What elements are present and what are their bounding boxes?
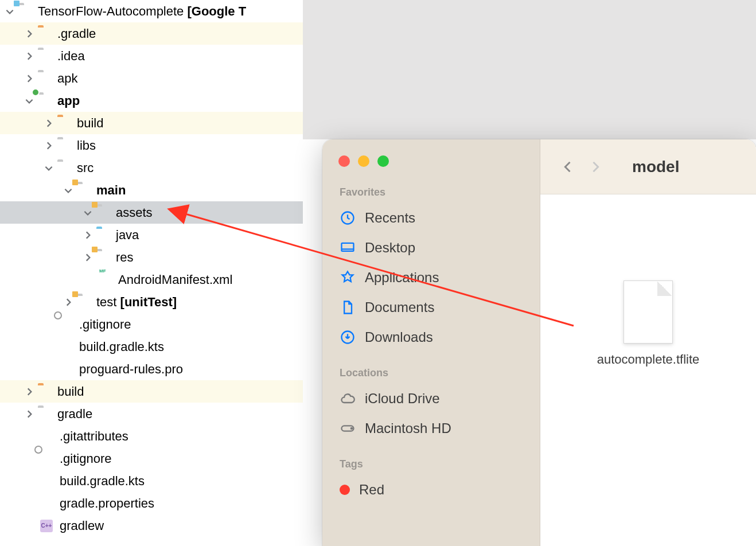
resource-folder-icon [96, 251, 111, 264]
clock-icon [340, 210, 356, 226]
tree-row[interactable]: .gitattributes [0, 425, 303, 447]
tree-label: app [57, 93, 80, 108]
tree-label: res [116, 250, 134, 265]
sidebar-item-label: Downloads [365, 329, 433, 345]
tree-row-root[interactable]: TensorFlow-Autocomplete [Google T [0, 0, 303, 22]
desktop-icon [340, 240, 356, 256]
tree-row[interactable]: .gitignore [0, 313, 303, 336]
chevron-right-icon[interactable] [24, 73, 34, 84]
gitignore-file-icon [60, 318, 75, 331]
tree-row[interactable]: apk [0, 67, 303, 89]
tree-row[interactable]: main [0, 179, 303, 201]
sidebar-item-tag-red[interactable]: Red [322, 475, 540, 505]
tree-row[interactable]: app [0, 89, 303, 112]
sidebar-item-desktop[interactable]: Desktop [322, 233, 540, 263]
sidebar-item-recents[interactable]: Recents [322, 203, 540, 233]
file-label[interactable]: autocomplete.tflite [594, 352, 703, 368]
tree-label: build [77, 116, 103, 131]
tree-row[interactable]: build.gradle.kts [0, 470, 303, 492]
finder-toolbar: model [540, 139, 756, 194]
tree-row-assets[interactable]: assets [0, 201, 303, 224]
tree-row[interactable]: res [0, 246, 303, 268]
tree-label: gradle.properties [60, 496, 154, 511]
close-window-button[interactable] [338, 155, 350, 167]
gradle-file-icon [40, 475, 55, 487]
tree-row[interactable]: java [0, 224, 303, 246]
chevron-right-icon[interactable] [63, 297, 73, 307]
test-folder-icon [77, 296, 92, 309]
tree-row[interactable]: build [0, 380, 303, 403]
chevron-down-icon[interactable] [24, 96, 34, 106]
tags-header: Tags [322, 454, 540, 475]
tree-row[interactable]: libs [0, 134, 303, 157]
maximize-window-button[interactable] [377, 155, 389, 167]
sidebar-item-label: Documents [365, 299, 434, 315]
tree-row[interactable]: build.gradle.kts [0, 336, 303, 358]
tree-row[interactable]: gradle [0, 403, 303, 425]
tree-label: apk [57, 71, 77, 86]
tree-row[interactable]: proguard-rules.pro [0, 358, 303, 380]
tree-row[interactable]: build [0, 112, 303, 134]
chevron-right-icon[interactable] [24, 409, 34, 419]
text-file-icon [40, 430, 55, 443]
tree-row[interactable]: AndroidManifest.xml [0, 268, 303, 291]
chevron-right-icon[interactable] [44, 118, 54, 128]
folder-icon [57, 117, 72, 130]
chevron-right-icon[interactable] [83, 230, 93, 240]
tree-row[interactable]: .idea [0, 45, 303, 67]
folder-icon [38, 50, 53, 63]
cloud-icon [340, 391, 356, 407]
chevron-right-icon[interactable] [44, 141, 54, 151]
gradle-file-icon [60, 341, 75, 353]
tree-label: libs [77, 138, 96, 153]
applications-icon [340, 270, 356, 286]
chevron-down-icon[interactable] [83, 208, 93, 218]
tree-row[interactable]: src [0, 157, 303, 179]
sidebar-item-macintosh-hd[interactable]: Macintosh HD [322, 414, 540, 443]
locations-header: Locations [322, 362, 540, 384]
module-folder-icon [18, 5, 33, 18]
properties-file-icon [40, 497, 55, 510]
window-traffic-lights [322, 150, 540, 182]
finder-content[interactable]: autocomplete.tflite [540, 194, 756, 546]
sidebar-item-downloads[interactable]: Downloads [322, 322, 540, 352]
minimize-window-button[interactable] [358, 155, 369, 167]
tree-row[interactable]: gradle.properties [0, 492, 303, 514]
folder-icon [38, 385, 53, 398]
svg-point-4 [351, 428, 352, 429]
tree-label: build [57, 384, 84, 399]
chevron-down-icon[interactable] [63, 185, 73, 196]
chevron-down-icon[interactable] [44, 163, 54, 173]
sidebar-item-applications[interactable]: Applications [322, 263, 540, 292]
chevron-right-icon[interactable] [83, 252, 93, 263]
gitignore-file-icon [40, 453, 55, 465]
module-folder-icon [38, 95, 53, 107]
tree-row[interactable]: .gitignore [0, 447, 303, 470]
tree-label: assets [116, 205, 153, 220]
file-icon[interactable] [623, 280, 673, 344]
tree-label: gradle [57, 407, 92, 422]
back-button[interactable] [560, 159, 576, 175]
folder-icon [38, 28, 53, 40]
tree-row[interactable]: .gradle [0, 22, 303, 45]
chevron-down-icon[interactable] [5, 6, 15, 17]
folder-icon [38, 72, 53, 85]
tree-row[interactable]: test [unitTest] [0, 291, 303, 313]
sidebar-item-label: iCloud Drive [365, 391, 440, 407]
chevron-right-icon[interactable] [24, 51, 34, 61]
sidebar-item-documents[interactable]: Documents [322, 292, 540, 322]
forward-button[interactable] [587, 159, 603, 175]
folder-icon [57, 162, 72, 174]
chevron-right-icon[interactable] [24, 387, 34, 397]
tree-label: .gradle [57, 26, 96, 41]
svg-rect-1 [342, 243, 354, 251]
sidebar-item-label: Desktop [365, 240, 415, 256]
sidebar-item-label: Macintosh HD [365, 420, 451, 436]
folder-icon [96, 229, 111, 241]
chevron-right-icon[interactable] [24, 29, 34, 39]
tree-label: build.gradle.kts [60, 474, 145, 489]
source-folder-icon [77, 184, 92, 197]
tree-row[interactable]: C++ gradlew [0, 514, 303, 537]
sidebar-item-icloud[interactable]: iCloud Drive [322, 384, 540, 414]
tree-label-suffix: [Google T [184, 4, 246, 18]
